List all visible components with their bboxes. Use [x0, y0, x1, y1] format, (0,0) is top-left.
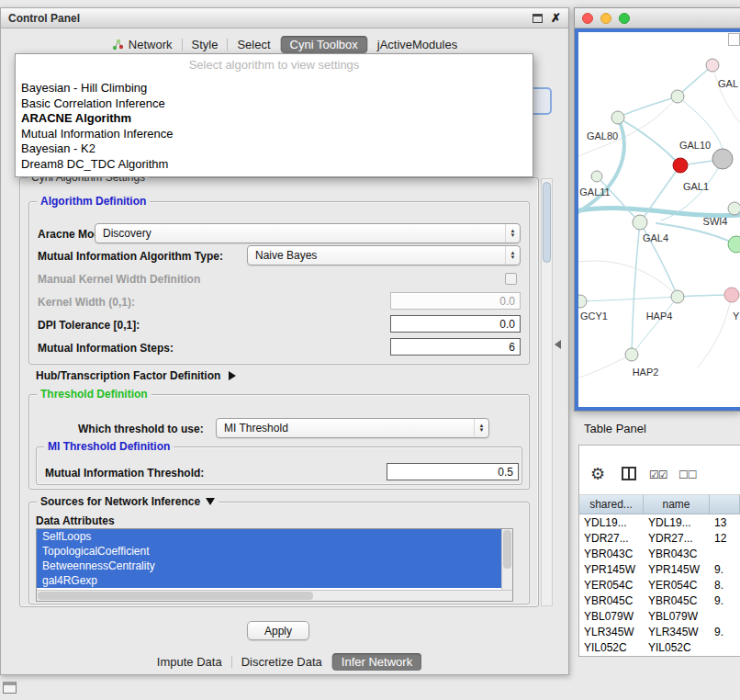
network-node-gal10[interactable] — [712, 149, 733, 169]
network-node[interactable] — [671, 90, 684, 103]
network-node[interactable] — [706, 59, 719, 72]
algorithm-option-selected[interactable]: ARACNE Algorithm — [16, 111, 533, 127]
window-zoom-button[interactable] — [619, 13, 630, 24]
tab-impute-data[interactable]: Impute Data — [148, 653, 231, 671]
tab-select[interactable]: Select — [228, 36, 279, 53]
network-node-hap2[interactable] — [625, 348, 638, 361]
network-window-titlebar[interactable] — [575, 8, 740, 28]
tab-infer-network[interactable]: Infer Network — [332, 653, 421, 671]
table-row[interactable]: YBL079W YBL079W — [579, 608, 740, 624]
aracne-mode-select[interactable]: Discovery ▲▼ — [95, 223, 521, 243]
network-view-frame: GAL80 GAL10 GAL11 GAL1 SWI4 GAL4 GCY1 HA… — [575, 28, 740, 411]
algorithm-option[interactable]: Bayesian - Hill Climbing — [16, 81, 533, 96]
mi-threshold-input[interactable] — [387, 463, 519, 480]
tab-network[interactable]: Network — [103, 36, 182, 53]
tab-style[interactable]: Style — [183, 36, 228, 53]
window-close-button[interactable] — [582, 13, 593, 24]
attributes-vertical-scrollbar[interactable] — [501, 529, 512, 590]
network-node-gal80[interactable] — [611, 111, 624, 124]
minimized-panel-icon[interactable] — [3, 682, 17, 694]
data-attributes-list[interactable]: SelfLoops TopologicalCoefficient Between… — [36, 528, 513, 602]
table-panel-title: Table Panel — [584, 422, 646, 435]
tab-cyni-toolbox[interactable]: Cyni Toolbox — [281, 36, 367, 53]
network-view-window: GAL80 GAL10 GAL11 GAL1 SWI4 GAL4 GCY1 HA… — [574, 7, 740, 412]
table-row[interactable]: YDL19... YDL19... 13 — [579, 514, 740, 530]
table-cell: YDL19... — [579, 516, 644, 529]
network-node-hap4[interactable] — [671, 290, 684, 303]
sources-group-title-text: Sources for Network Inference — [40, 495, 200, 508]
algorithm-dropdown-popup: Select algorithm to view settings Bayesi… — [15, 53, 533, 177]
algorithm-option[interactable]: Bayesian - K2 — [16, 141, 533, 157]
control-panel-titlebar[interactable]: Control Panel ✗ — [1, 8, 568, 28]
which-threshold-label: Which threshold to use: — [78, 422, 204, 436]
table-row[interactable]: YER054C YER054C 8. — [579, 577, 740, 593]
table-row[interactable]: YPR145W YPR145W 9. — [579, 561, 740, 577]
float-window-icon[interactable] — [533, 14, 543, 23]
columns-icon[interactable] — [622, 467, 636, 480]
table-row[interactable]: YLR345W YLR345W 9. — [579, 624, 740, 639]
manual-kernel-label: Manual Kernel Width Definition — [38, 272, 200, 287]
tab-jactivemodules[interactable]: jActiveModules — [368, 36, 466, 53]
attributes-vscroll-thumb[interactable] — [503, 530, 511, 569]
column-header-name[interactable]: name — [644, 495, 710, 514]
column-header-shared-name[interactable]: shared... — [579, 495, 644, 514]
hub-definition-toggle[interactable]: Hub/Transcription Factor Definition — [36, 369, 236, 382]
threshold-definition-title-text: Threshold Definition — [40, 388, 148, 401]
mi-type-select[interactable]: Naive Bayes ▲▼ — [247, 245, 521, 265]
attribute-item-selected[interactable]: TopologicalCoefficient — [37, 544, 502, 559]
mi-steps-input[interactable] — [390, 338, 521, 356]
table-cell: YBR045C — [644, 594, 710, 607]
table-cell: 13 — [710, 516, 740, 529]
which-threshold-select[interactable]: MI Threshold ▲▼ — [216, 418, 489, 438]
close-icon[interactable]: ✗ — [551, 12, 561, 24]
attributes-hscroll-thumb[interactable] — [38, 592, 313, 600]
tab-discretize-data[interactable]: Discretize Data — [232, 653, 331, 671]
settings-scrollbar-thumb[interactable] — [543, 182, 551, 263]
apply-button[interactable]: Apply — [247, 621, 309, 640]
attribute-item-selected[interactable]: gal4RGexp — [37, 573, 502, 588]
network-node[interactable] — [724, 288, 739, 302]
attributes-horizontal-scrollbar[interactable] — [37, 590, 512, 601]
network-canvas[interactable]: GAL80 GAL10 GAL11 GAL1 SWI4 GAL4 GCY1 HA… — [578, 32, 740, 407]
table-cell: YPR145W — [579, 563, 644, 576]
table-row[interactable]: YBR045C YBR045C 9. — [579, 593, 740, 608]
mi-threshold-group-title: MI Threshold Definition — [44, 440, 174, 453]
mi-steps-label: Mutual Information Steps: — [38, 341, 174, 356]
node-label-gcy1: GCY1 — [580, 310, 608, 322]
attribute-item-selected[interactable]: BetweennessCentrality — [37, 559, 502, 573]
network-node-gal4[interactable] — [633, 215, 647, 230]
unchecked-boxes-icon[interactable]: ☐☐ — [678, 469, 697, 481]
network-node[interactable] — [728, 236, 740, 253]
network-node-gal1[interactable] — [673, 158, 688, 173]
table-cell: YLR345W — [644, 626, 710, 638]
table-row[interactable]: YDR27... YDR27... 12 — [579, 530, 740, 546]
window-minimize-button[interactable] — [600, 13, 611, 24]
column-header-clipped[interactable] — [710, 495, 740, 514]
control-panel-tab-bar: Network Style Select Cyni Toolbox jActiv… — [1, 34, 568, 54]
table-cell: YBR043C — [579, 548, 644, 560]
node-label-gal4: GAL4 — [643, 232, 668, 243]
dpi-tolerance-input[interactable] — [390, 315, 521, 333]
algorithm-definition-title-text: Algorithm Definition — [40, 195, 146, 208]
network-node-gcy1[interactable] — [578, 295, 587, 308]
settings-scrollbar[interactable] — [541, 178, 553, 606]
table-cell: YER054C — [579, 579, 644, 592]
table-cell: 8. — [710, 579, 740, 592]
gear-icon[interactable]: ⚙ — [590, 464, 605, 484]
control-panel-window: Control Panel ✗ Network Style — [0, 7, 569, 675]
network-node-gal11[interactable] — [591, 171, 602, 182]
triangle-right-icon — [229, 371, 236, 380]
table-cell: YDL19... — [644, 516, 710, 529]
attribute-item-selected[interactable]: SelfLoops — [37, 529, 502, 544]
algorithm-option[interactable]: Basic Correlation Inference — [16, 96, 533, 112]
canvas-corner-button[interactable] — [728, 33, 740, 46]
algorithm-option[interactable]: Dream8 DC_TDC Algorithm — [16, 157, 533, 173]
algorithm-option[interactable]: Mutual Information Inference — [16, 127, 533, 142]
table-row[interactable]: YBR043C YBR043C — [579, 546, 740, 561]
tab-discretize-data-label: Discretize Data — [241, 655, 322, 669]
panel-divider-handle[interactable] — [555, 340, 561, 349]
network-node-swi4[interactable] — [728, 202, 740, 215]
sources-group-title[interactable]: Sources for Network Inference — [37, 495, 219, 508]
table-row[interactable]: YIL052C YIL052C — [579, 639, 740, 655]
checked-boxes-icon[interactable]: ☑☑ — [649, 469, 667, 481]
